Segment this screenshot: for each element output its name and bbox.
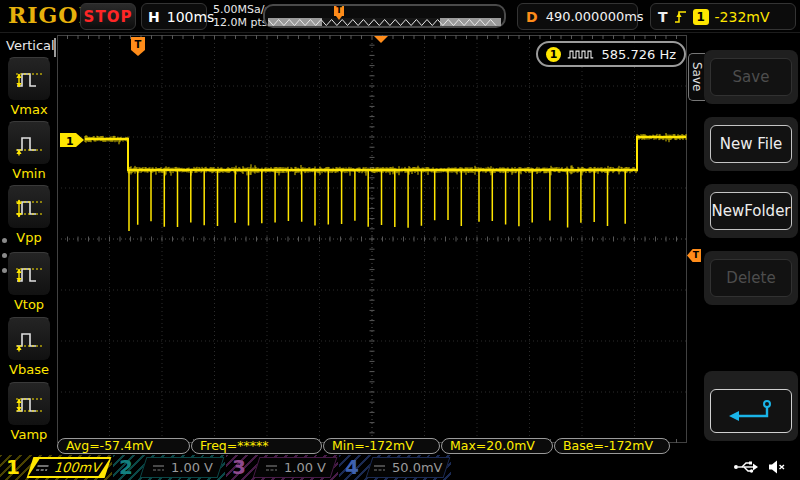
d-label: D [526,9,538,25]
vmin-icon [14,130,44,156]
menu-item-vamp[interactable]: Vamp [7,382,51,442]
channel-2-status[interactable]: 2 1.00 V [113,455,225,480]
measurement-freq[interactable]: Freq=***** [191,438,322,454]
memory-waveform-icon [268,17,501,27]
trigger-level-value: -232mV [715,9,770,25]
coupling-dc-icon [152,464,165,472]
vtop-icon [14,261,44,287]
waveform-display-area: 1T [57,35,687,443]
channel-4-scale: 50.0mV [392,460,443,475]
measurement-avg[interactable]: Avg=-57.4mV [57,438,190,454]
svg-text:1: 1 [66,135,74,148]
left-menu-title: Vertical [6,38,56,57]
t-label: T [658,9,668,25]
back-button[interactable] [710,389,792,433]
menu-item-vpp[interactable]: Vpp [7,185,51,245]
vamp-icon [14,391,44,417]
memory-depth: 12.0M pts [213,16,270,29]
measurement-base[interactable]: Base=-172mV [554,438,670,454]
acquisition-info: 5.00MSa/s 12.0M pts [213,3,270,29]
coupling-dc-icon [265,464,278,472]
memory-trigger-position-icon: T [334,6,344,20]
channel-3-scale: 1.00 V [284,460,326,475]
svg-text:T: T [135,39,142,50]
menu-page-dots [2,228,7,283]
delay-box: D 490.000000ms [517,3,638,30]
delete-button[interactable]: Delete [710,259,792,297]
run-state-badge: STOP [80,3,136,30]
top-status-bar: RIGOL STOP H 100ms 5.00MSa/s 12.0M pts T… [0,0,800,33]
h-label: H [148,9,160,25]
return-arrow-icon [723,398,779,424]
counter-value: 585.726 Hz [602,47,677,62]
left-measure-menu: Vertical Vmax Vmin Vpp Vtop Vbase Vamp [0,33,57,453]
delay-value: 490.000000ms [546,9,644,24]
channel-2-scale: 1.00 V [171,460,213,475]
right-soft-menu: Save Save New File NewFolder Delete [687,33,800,455]
save-button[interactable]: Save [710,58,792,96]
coupling-dc-icon [35,464,51,472]
counter-channel-badge: 1 [546,47,561,62]
trigger-source-badge: 1 [693,9,709,25]
menu-tab-save: Save [688,53,705,101]
menu-item-vtop[interactable]: Vtop [7,252,51,312]
channel-status-bar: 1 100mV 2 1.00 V 3 1.00 V 4 50.0mV [0,455,800,480]
menu-item-vbase[interactable]: Vbase [7,317,51,377]
slope-rising-icon [674,9,687,24]
system-status-icons [733,459,786,475]
channel-1-scale: 100mV [53,460,104,475]
sample-rate: 5.00MSa/s [213,3,270,16]
channel-1-status[interactable]: 1 100mV [0,455,112,480]
vpp-icon [14,194,44,220]
vmax-icon [14,66,44,92]
oscilloscope-screen: RIGOL STOP H 100ms 5.00MSa/s 12.0M pts T… [0,0,800,480]
usb-icon [733,459,759,475]
new-file-button[interactable]: New File [710,125,792,163]
vbase-icon [14,326,44,352]
timebase-value: 100ms [167,9,215,25]
horizontal-timebase-box: H 100ms [141,3,207,30]
menu-item-vmax[interactable]: Vmax [7,57,51,117]
channel-4-status[interactable]: 4 50.0mV [339,455,451,480]
measurement-min[interactable]: Min=-172mV [323,438,440,454]
memory-position-bar: T [263,4,506,28]
square-wave-icon [567,48,596,61]
menu-item-vmin[interactable]: Vmin [7,121,51,181]
frequency-counter: 1 585.726 Hz [536,41,686,67]
speaker-muted-icon [768,459,786,475]
channel-3-status[interactable]: 3 1.00 V [226,455,338,480]
coupling-dc-icon [373,464,386,472]
trigger-box: T 1 -232mV [650,3,796,30]
graticule-and-trace: 1T [57,35,687,443]
new-folder-button[interactable]: NewFolder [710,192,792,230]
measurement-max[interactable]: Max=20.0mV [441,438,553,454]
